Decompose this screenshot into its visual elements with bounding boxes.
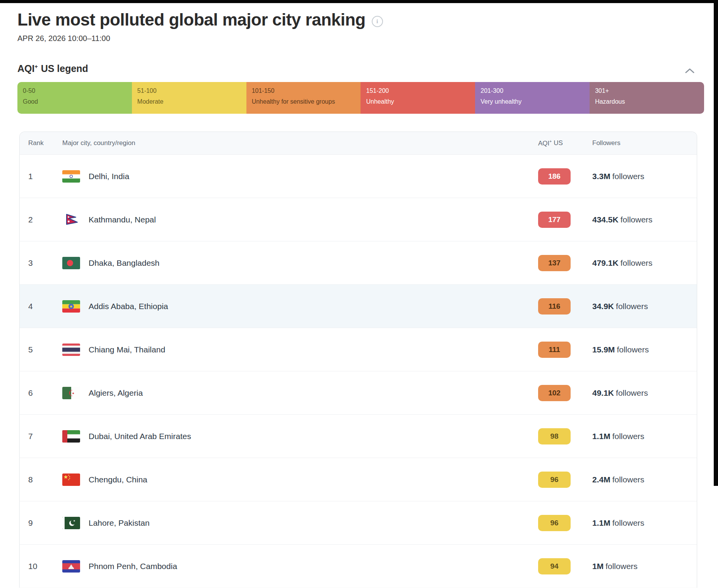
followers-count: 2.4Mfollowers [592, 475, 697, 484]
table-row[interactable]: 5 Chiang Mai, Thailand 111 15.9Mfollower… [20, 328, 697, 371]
followers-count: 1.1Mfollowers [592, 518, 697, 528]
rank-value: 10 [20, 562, 62, 571]
city-link[interactable]: Chiang Mai, Thailand [89, 345, 165, 354]
table-row[interactable]: 7 Dubai, United Arab Emirates 98 1.1Mfol… [20, 414, 697, 458]
legend-band-very-unhealthy: 201-300Very unhealthy [475, 82, 590, 114]
followers-count: 3.3Mfollowers [592, 172, 697, 181]
city-link[interactable]: Phnom Penh, Cambodia [89, 562, 177, 571]
city-link[interactable]: Dubai, United Arab Emirates [89, 432, 191, 441]
rank-value: 6 [20, 388, 62, 398]
collapse-legend-button[interactable] [684, 67, 696, 74]
column-header-followers: Followers [592, 139, 697, 147]
rank-value: 8 [20, 475, 62, 484]
table-row[interactable]: 3 Dhaka, Bangladesh 137 479.1Kfollowers [20, 241, 697, 284]
aqi-badge: 111 [538, 342, 571, 358]
thailand-flag-icon [62, 344, 80, 356]
followers-count: 434.5Kfollowers [592, 215, 697, 224]
column-header-rank: Rank [20, 139, 62, 147]
ethiopia-flag-icon [62, 300, 80, 313]
city-link[interactable]: Lahore, Pakistan [89, 518, 150, 528]
city-link[interactable]: Delhi, India [89, 172, 129, 181]
legend-band-unhealthy-for-sensitive-groups: 101-150Unhealthy for sensitive groups [246, 82, 361, 114]
rank-value: 3 [20, 258, 62, 268]
city-link[interactable]: Chengdu, China [89, 475, 147, 484]
legend-title: AQI+US legend [17, 63, 88, 74]
rank-value: 4 [20, 302, 62, 311]
city-link[interactable]: Dhaka, Bangladesh [89, 258, 159, 268]
window-top-edge [0, 0, 718, 3]
aqi-badge: 116 [538, 298, 571, 315]
nepal-flag-icon [62, 214, 80, 226]
followers-count: 34.9Kfollowers [592, 302, 697, 311]
city-link[interactable]: Addis Ababa, Ethiopia [89, 302, 168, 311]
india-flag-icon [62, 170, 80, 183]
table-row[interactable]: 8 Chengdu, China 96 2.4Mfollowers [20, 458, 697, 501]
aqi-badge: 137 [538, 255, 571, 271]
china-flag-icon [62, 473, 80, 486]
chevron-up-icon [684, 70, 696, 75]
aqi-legend-section: AQI+US legend 0-50Good51-100Moderate101-… [17, 63, 704, 114]
followers-count: 49.1Kfollowers [592, 388, 697, 398]
cambodia-flag-icon [62, 560, 80, 573]
page-title: Live most polluted global major city ran… [17, 10, 366, 29]
rank-value: 1 [20, 172, 62, 181]
rank-value: 2 [20, 215, 62, 224]
followers-count: 479.1Kfollowers [592, 258, 697, 268]
aqi-badge: 186 [538, 168, 571, 185]
algeria-flag-icon [62, 387, 80, 399]
table-row[interactable]: 9 Lahore, Pakistan 96 1.1Mfollowers [20, 501, 697, 544]
info-icon[interactable]: i [372, 16, 383, 27]
ranking-table: Rank Major city, country/region AQI+US F… [19, 132, 697, 588]
uae-flag-icon [62, 430, 80, 443]
aqi-badge: 94 [538, 558, 571, 574]
column-header-city: Major city, country/region [62, 139, 538, 147]
city-link[interactable]: Algiers, Algeria [89, 388, 143, 398]
bangladesh-flag-icon [62, 257, 80, 269]
date-range: APR 26, 2026 10:00–11:00 [17, 34, 718, 43]
aqi-legend-bar: 0-50Good51-100Moderate101-150Unhealthy f… [17, 82, 704, 114]
aqi-badge: 98 [538, 428, 571, 444]
legend-band-unhealthy: 151-200Unhealthy [361, 82, 475, 114]
page-header: Live most polluted global major city ran… [17, 10, 703, 29]
rank-value: 9 [20, 518, 62, 528]
pakistan-flag-icon [62, 517, 80, 529]
followers-count: 1Mfollowers [592, 562, 697, 571]
aqi-badge: 177 [538, 212, 571, 228]
legend-band-good: 0-50Good [17, 82, 132, 114]
table-row[interactable]: 2 Kathmandu, Nepal 177 434.5Kfollowers [20, 198, 697, 241]
window-right-edge [714, 0, 718, 486]
aqi-badge: 102 [538, 385, 571, 401]
rank-value: 5 [20, 345, 62, 354]
city-link[interactable]: Kathmandu, Nepal [89, 215, 156, 224]
legend-band-hazardous: 301+Hazardous [590, 82, 704, 114]
table-row[interactable]: 1 Delhi, India 186 3.3Mfollowers [20, 155, 697, 198]
aqi-badge: 96 [538, 472, 571, 488]
table-header-row: Rank Major city, country/region AQI+US F… [20, 132, 697, 155]
followers-count: 1.1Mfollowers [592, 432, 697, 441]
table-row[interactable]: 10 Phnom Penh, Cambodia 94 1Mfollowers [20, 544, 697, 588]
legend-band-moderate: 51-100Moderate [132, 82, 246, 114]
table-row[interactable]: 4 Addis Ababa, Ethiopia 116 34.9Kfollowe… [20, 284, 697, 328]
column-header-aqi: AQI+US [538, 139, 592, 147]
table-row[interactable]: 6 Algiers, Algeria 102 49.1Kfollowers [20, 371, 697, 414]
aqi-badge: 96 [538, 515, 571, 531]
rank-value: 7 [20, 432, 62, 441]
followers-count: 15.9Mfollowers [592, 345, 697, 354]
